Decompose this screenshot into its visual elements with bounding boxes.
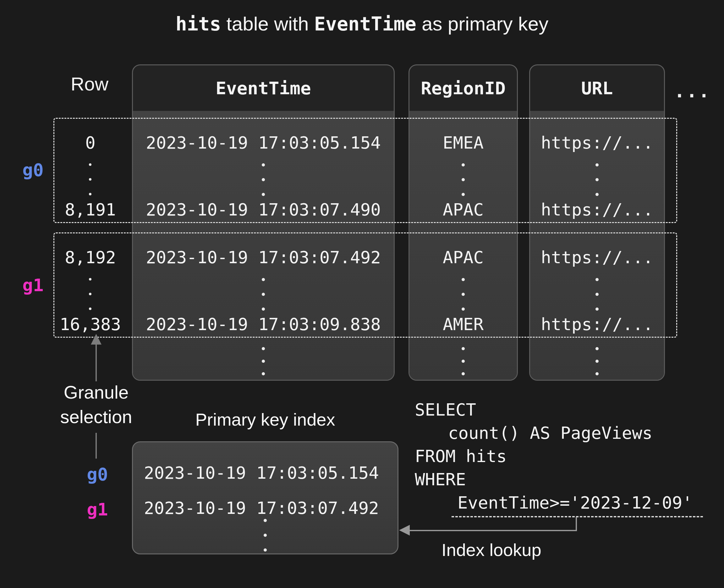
granule-selection-line-lower <box>96 433 97 459</box>
granule-g0-frame <box>54 118 677 223</box>
index-lookup-connector-horizontal <box>409 530 577 531</box>
sql-line-condition: EventTime>='2023-12-09' <box>457 493 692 512</box>
granule-selection-label-line1: Granule <box>35 383 158 402</box>
more-columns-ellipsis: ... <box>674 80 721 102</box>
pk-entry-g0-value: 2023-10-19 17:03:05.154 <box>144 463 392 483</box>
index-lookup-connector-vertical <box>576 517 577 530</box>
index-lookup-label: Index lookup <box>441 540 541 560</box>
primary-key-index-title: Primary key index <box>132 409 398 430</box>
arrow-up-icon <box>91 334 102 344</box>
page-title: hits table with EventTime as primary key <box>0 13 724 35</box>
pk-entry-g1-label: g1 <box>77 500 118 519</box>
column-header-url: URL <box>530 65 664 111</box>
row-column-header: Row <box>47 73 132 95</box>
arrow-left-icon <box>399 525 410 536</box>
sql-line-where: WHERE <box>415 470 466 489</box>
title-tail-text: as primary key <box>416 13 549 35</box>
granule-g1-label: g1 <box>17 275 49 295</box>
granule-selection-line-upper <box>96 344 97 381</box>
vertical-ellipsis-icon <box>264 519 267 551</box>
column-header-regionid: RegionID <box>410 65 517 111</box>
granule-g0-label: g0 <box>17 160 49 180</box>
vertical-ellipsis-icon <box>462 347 465 380</box>
pk-entry-g1-value: 2023-10-19 17:03:07.492 <box>144 499 392 518</box>
diagram-canvas: hits table with EventTime as primary key… <box>0 0 724 588</box>
condition-dashed-underline <box>452 516 703 517</box>
title-hits-code: hits <box>175 13 221 35</box>
title-eventtime-code: EventTime <box>314 13 416 35</box>
granule-g1-frame <box>54 232 677 338</box>
column-header-eventtime: EventTime <box>133 65 394 111</box>
sql-line-from: FROM hits <box>415 447 507 466</box>
vertical-ellipsis-icon <box>262 347 265 380</box>
pk-entry-g0-label: g0 <box>77 465 118 484</box>
title-mid-text: table with <box>221 13 314 35</box>
vertical-ellipsis-icon <box>596 347 599 380</box>
sql-line-count: count() AS PageViews <box>448 423 653 443</box>
sql-line-select: SELECT <box>415 400 476 420</box>
